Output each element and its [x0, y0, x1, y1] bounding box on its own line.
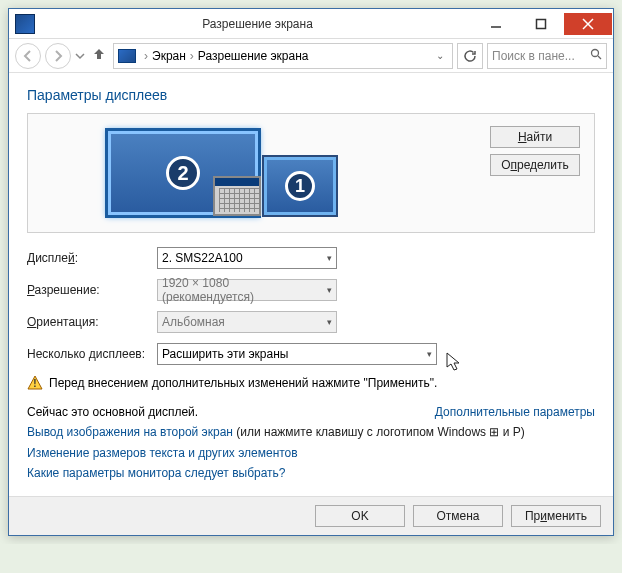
main-display-text: Сейчас это основной дисплей. — [27, 405, 198, 419]
chevron-down-icon: ▾ — [321, 253, 332, 263]
breadcrumb-current[interactable]: Разрешение экрана — [198, 49, 309, 63]
svg-text:!: ! — [33, 378, 36, 389]
warning-icon: ! — [27, 375, 43, 391]
search-icon — [590, 48, 602, 63]
resolution-label: Разрешение: — [27, 283, 157, 297]
monitor-number: 2 — [166, 156, 200, 190]
navbar: › Экран › Разрешение экрана ⌄ Поиск в па… — [9, 39, 613, 73]
advanced-settings-link[interactable]: Дополнительные параметры — [435, 405, 595, 419]
close-icon — [582, 18, 594, 30]
arrow-right-icon — [51, 49, 65, 63]
detect-button[interactable]: Найти — [490, 126, 580, 148]
minimize-icon — [490, 18, 502, 30]
orientation-select[interactable]: Альбомная ▾ — [157, 311, 337, 333]
chevron-down-icon: ▾ — [321, 285, 332, 295]
monitor-1[interactable]: 1 — [264, 157, 336, 215]
orientation-label: Ориентация: — [27, 315, 157, 329]
multi-display-select[interactable]: Расширить эти экраны ▾ — [157, 343, 437, 365]
search-placeholder: Поиск в пане... — [492, 49, 575, 63]
apply-button[interactable]: Применить — [511, 505, 601, 527]
minimize-button[interactable] — [474, 13, 518, 35]
titlebar[interactable]: Разрешение экрана — [9, 9, 613, 39]
apply-warning: ! Перед внесением дополнительных изменен… — [27, 375, 595, 391]
which-settings-link[interactable]: Какие параметры монитора следует выбрать… — [27, 466, 286, 480]
svg-line-5 — [598, 56, 601, 59]
breadcrumb-root[interactable]: Экран — [152, 49, 186, 63]
nav-history-dropdown[interactable] — [75, 51, 85, 61]
chevron-right-icon: › — [190, 49, 194, 63]
svg-rect-1 — [537, 19, 546, 28]
display-value: 2. SMS22A100 — [162, 251, 321, 265]
project-link[interactable]: Вывод изображения на второй экран — [27, 425, 233, 439]
maximize-button[interactable] — [519, 13, 563, 35]
maximize-icon — [535, 18, 547, 30]
window-title: Разрешение экрана — [41, 17, 474, 31]
display-arrangement-box[interactable]: 2 1 Найти Определить — [27, 113, 595, 233]
orientation-value: Альбомная — [162, 315, 321, 329]
resolution-value: 1920 × 1080 (рекомендуется) — [162, 276, 321, 304]
keyboard-icon — [213, 176, 261, 216]
cancel-button[interactable]: Отмена — [413, 505, 503, 527]
refresh-button[interactable] — [457, 43, 483, 69]
multi-display-value: Расширить эти экраны — [162, 347, 421, 361]
text-size-link[interactable]: Изменение размеров текста и других элеме… — [27, 446, 298, 460]
monitor-icon — [118, 49, 136, 63]
page-heading: Параметры дисплеев — [27, 87, 595, 103]
search-input[interactable]: Поиск в пане... — [487, 43, 607, 69]
ok-button[interactable]: OK — [315, 505, 405, 527]
display-select[interactable]: 2. SMS22A100 ▾ — [157, 247, 337, 269]
svg-point-4 — [592, 50, 599, 57]
monitor-number: 1 — [285, 171, 315, 201]
content-area: Параметры дисплеев 2 1 Найти Определить … — [9, 73, 613, 496]
resolution-select[interactable]: 1920 × 1080 (рекомендуется) ▾ — [157, 279, 337, 301]
breadcrumb[interactable]: › Экран › Разрешение экрана ⌄ — [113, 43, 453, 69]
refresh-icon — [463, 49, 477, 63]
warning-text: Перед внесением дополнительных изменений… — [49, 376, 437, 390]
nav-up-button[interactable] — [91, 46, 107, 66]
close-button[interactable] — [564, 13, 612, 35]
arrow-left-icon — [21, 49, 35, 63]
app-icon — [15, 14, 35, 34]
nav-back-button[interactable] — [15, 43, 41, 69]
chevron-down-icon: ▾ — [421, 349, 432, 359]
arrow-up-icon — [91, 46, 107, 62]
chevron-down-icon — [75, 51, 85, 61]
breadcrumb-dropdown[interactable]: ⌄ — [436, 50, 448, 61]
chevron-right-icon: › — [144, 49, 148, 63]
display-label: Дисплей: — [27, 251, 157, 265]
dialog-footer: OK Отмена Применить — [9, 496, 613, 535]
multi-display-label: Несколько дисплеев: — [27, 347, 157, 361]
windows-logo-icon: ⊞ — [489, 425, 499, 439]
display-settings-window: Разрешение экрана › Эк — [8, 8, 614, 536]
identify-button[interactable]: Определить — [490, 154, 580, 176]
nav-forward-button[interactable] — [45, 43, 71, 69]
monitor-2[interactable]: 2 — [108, 131, 258, 215]
chevron-down-icon: ▾ — [321, 317, 332, 327]
